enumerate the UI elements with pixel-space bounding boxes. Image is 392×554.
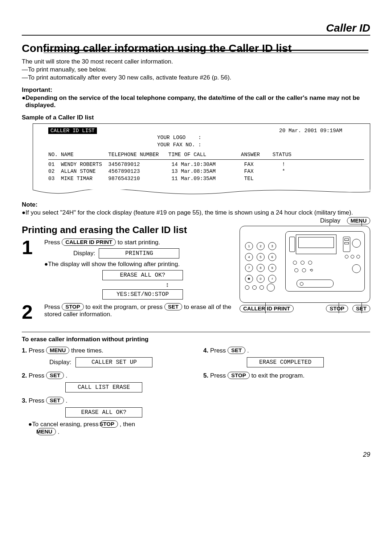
step1-press: Press — [44, 239, 62, 246]
lcd-erase-completed: ERASE COMPLETED — [247, 357, 324, 367]
stop-key: STOP — [62, 303, 84, 310]
step1-after: to start printing. — [118, 239, 160, 246]
handle-icon — [297, 280, 334, 288]
updown-arrow-icon: ↕ — [102, 281, 232, 289]
device-diagram: Display MENU 123 456 789 ✱0♯ — [240, 217, 370, 325]
sample-heading: Sample of a Caller ID list — [22, 114, 370, 121]
note-heading: Note: — [22, 201, 370, 208]
intro-line-1: The unit will store the 30 most recent c… — [22, 58, 370, 65]
leader-line — [362, 222, 362, 226]
display-label: Display — [320, 217, 340, 224]
step2-t1: Press — [44, 304, 62, 310]
display-screen-icon — [296, 235, 336, 254]
sample-logo-label: YOUR LOGO : — [157, 134, 364, 142]
stop-key-3: STOP — [228, 372, 250, 379]
leader-line — [330, 222, 330, 226]
display-label-2: Display: — [49, 359, 71, 366]
stop-key-2: STOP — [100, 420, 118, 428]
note-body: ●If you select "24H" for the clock displ… — [22, 209, 370, 216]
button-icon — [352, 264, 361, 273]
lcd-yes-set-no-stop: YES:SET/NO:STOP — [102, 289, 183, 300]
display-label-1: Display: — [73, 250, 95, 257]
intro-line-3: —To print automatically after every 30 n… — [22, 74, 370, 81]
sample-title: CALLER ID LIST — [48, 127, 97, 134]
cancel-text-3: . — [56, 428, 59, 435]
sample-row-3: 03 MIKE TIMAR 9876543210 11 Mar.09:35AM … — [48, 175, 364, 183]
small-buttons-icon — [245, 284, 275, 292]
intro-line-2: —To print manually, see below. — [22, 66, 370, 73]
subheading: Printing and erasing the Caller ID list — [22, 224, 232, 236]
set-key-4: SET — [228, 347, 245, 354]
page-number: 29 — [22, 451, 370, 459]
step1-line2: ●The display will show the following aft… — [44, 261, 232, 268]
section-header: Caller ID — [22, 22, 370, 34]
step-2: 2 Press STOP to exit the program, or pre… — [22, 303, 232, 321]
leader-line — [339, 302, 339, 313]
step2-t2: to exit the program, or press — [86, 304, 164, 310]
header-rule — [22, 35, 370, 36]
section-divider — [22, 332, 370, 332]
step-number-2: 2 — [22, 303, 36, 321]
leader-line — [362, 302, 362, 313]
important-heading: Important: — [22, 86, 370, 94]
stop-key-label: STOP — [326, 305, 348, 312]
title-text: Confirming caller information using the … — [22, 42, 291, 55]
sample-columns: NO. NAME TELEPHONE NUMBER TIME OF CALL A… — [48, 151, 364, 159]
set-key-3: SET — [46, 397, 64, 404]
step-number-1: 1 — [22, 239, 36, 256]
important-body: ●Depending on the service of the local t… — [22, 94, 370, 109]
sample-printout: CALLER ID LIST 20 Mar. 2001 09:19AM YOUR… — [33, 123, 370, 196]
sample-fax-label: YOUR FAX NO. : — [157, 142, 364, 149]
lcd-printing: PRINTING — [99, 248, 179, 258]
erase-step-3: 3. Press SET . ERASE ALL OK? ●To cancel … — [22, 397, 189, 436]
lcd-call-list-erase: CALL LIST ERASE — [65, 382, 142, 392]
lcd-erase-all-ok: ERASE ALL OK? — [102, 270, 183, 280]
menu-key-2: MENU — [46, 347, 69, 354]
lcd-erase-all-ok-2: ERASE ALL OK? — [65, 407, 142, 417]
step-1: 1 Press CALLER ID PRINT to start printin… — [22, 239, 232, 300]
sample-row-1: 01 WENDY ROBERTS 3456789012 14 Mar.10:30… — [48, 161, 364, 168]
erase-step-1: 1. Press MENU three times. Display: CALL… — [22, 347, 189, 367]
erase-step-2: 2. Press SET . CALL LIST ERASE — [22, 372, 189, 392]
erase-heading: To erase caller information without prin… — [22, 336, 370, 343]
erase-step-4: 4. Press SET . ERASE COMPLETED — [203, 347, 370, 367]
sample-row-2: 02 ALLAN STONE 4567890123 13 Mar.08:35AM… — [48, 168, 364, 175]
caller-id-print-key-label: CALLER ID PRINT — [240, 305, 294, 312]
cancel-text-1: ●To cancel erasing, press — [28, 421, 100, 428]
control-panel-icon: ⟲ — [285, 231, 365, 292]
menu-key: MENU — [347, 217, 370, 224]
cancel-text-2: , then — [118, 421, 135, 428]
menu-key-3: MENU — [37, 428, 56, 435]
sample-datetime: 20 Mar. 2001 09:19AM — [279, 127, 364, 135]
caller-id-print-key: CALLER ID PRINT — [62, 239, 116, 246]
button-icon — [352, 239, 361, 248]
keypad-icon: 123 456 789 ✱0♯ — [245, 242, 280, 277]
set-key-2: SET — [46, 372, 64, 379]
leader-line — [265, 302, 266, 313]
lcd-caller-set-up: CALLER SET UP — [75, 357, 152, 367]
set-key: SET — [164, 303, 182, 310]
erase-step-5: 5. Press STOP to exit the program. — [203, 372, 370, 379]
